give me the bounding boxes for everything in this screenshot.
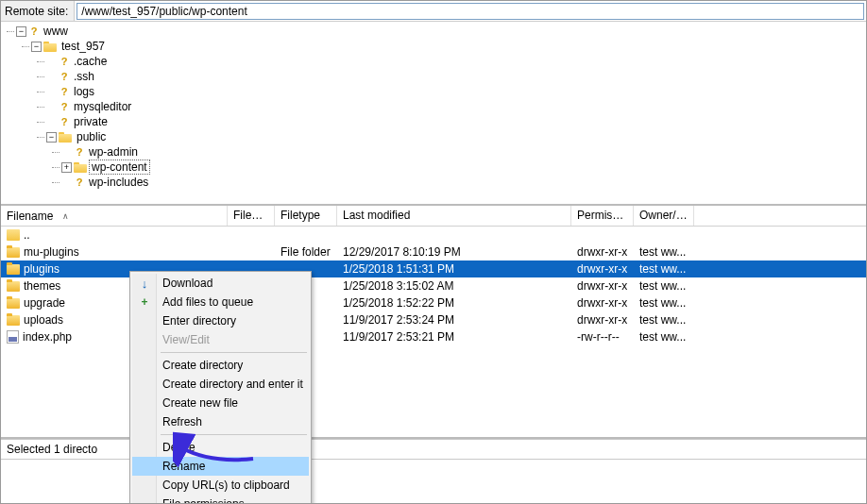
tree-node-private[interactable]: ?private [46, 114, 866, 129]
menu-rename[interactable]: Rename [132, 457, 309, 476]
folder-icon [59, 131, 72, 143]
file-name: index.php [23, 330, 72, 344]
col-header-filename[interactable]: Filename∧ [1, 206, 228, 226]
expand-icon[interactable]: + [61, 162, 72, 173]
file-size [228, 251, 275, 253]
col-header-filetype[interactable]: Filetype [275, 206, 337, 226]
remote-tree-pane[interactable]: − ? www − test_957 ?.cache ?.ssh ?logs ?… [1, 22, 866, 206]
folder-icon [74, 161, 87, 173]
unknown-icon: ? [74, 176, 85, 188]
menu-refresh[interactable]: Refresh [132, 412, 309, 431]
file-owner: test ww... [634, 312, 694, 328]
php-file-icon [7, 330, 19, 344]
folder-icon [7, 264, 20, 275]
menu-add-to-queue[interactable]: + Add files to queue [132, 293, 309, 311]
file-name: uploads [24, 313, 63, 327]
remote-site-label: Remote site: [1, 1, 75, 21]
folder-icon [7, 281, 20, 292]
file-owner: test ww... [634, 295, 694, 311]
tree-node-logs[interactable]: ?logs [46, 84, 866, 99]
collapse-icon[interactable]: − [31, 42, 42, 52]
folder-icon [43, 41, 57, 52]
file-row-updir[interactable]: .. [1, 227, 866, 244]
unknown-icon: ? [59, 71, 70, 82]
menu-separator [161, 352, 307, 353]
col-header-owner[interactable]: Owner/G... [634, 206, 694, 226]
file-name: themes [24, 279, 60, 293]
download-icon: ↓ [138, 277, 151, 290]
collapse-icon[interactable]: − [46, 132, 57, 143]
unknown-icon: ? [59, 116, 70, 127]
file-modified: 1/25/2018 1:52:22 PM [337, 295, 571, 311]
folder-icon [7, 315, 20, 326]
folder-icon [7, 298, 20, 309]
file-permissions: drwxr-xr-x [571, 261, 634, 277]
menu-enter-directory[interactable]: Enter directory [132, 311, 309, 330]
file-name: mu-plugins [24, 245, 79, 259]
file-permissions: -rw-r--r-- [571, 329, 634, 344]
file-owner: test ww... [634, 278, 694, 294]
file-owner: test ww... [634, 244, 694, 260]
file-modified: 11/9/2017 2:53:21 PM [337, 329, 571, 344]
tree-node-public[interactable]: − public [46, 129, 866, 144]
file-permissions: drwxr-xr-x [571, 312, 634, 328]
status-text: Selected 1 directo [7, 443, 97, 456]
tree-node-www[interactable]: − ? www [16, 24, 866, 39]
tree-node-wpadmin[interactable]: ?wp-admin [61, 144, 866, 160]
folder-icon [7, 247, 20, 258]
remote-path-bar: Remote site: [1, 1, 866, 22]
file-type: File folder [275, 244, 337, 260]
folder-icon [7, 229, 20, 241]
unknown-icon: ? [59, 101, 70, 112]
file-context-menu[interactable]: ↓ Download + Add files to queue Enter di… [129, 271, 312, 504]
file-permissions: drwxr-xr-x [571, 278, 634, 294]
add-icon: + [138, 295, 151, 309]
unknown-icon: ? [74, 146, 85, 158]
tree-node-ssh[interactable]: ?.ssh [46, 69, 866, 84]
file-modified: 1/25/2018 3:15:02 AM [337, 278, 571, 294]
tree-node-cache[interactable]: ?.cache [46, 54, 866, 69]
collapse-icon[interactable]: − [16, 26, 26, 37]
col-header-lastmodified[interactable]: Last modified [337, 206, 571, 226]
tree-node-mysqleditor[interactable]: ?mysqleditor [46, 99, 866, 114]
file-owner: test ww... [634, 261, 694, 277]
file-size [228, 268, 275, 270]
menu-separator [161, 434, 307, 435]
unknown-icon: ? [59, 56, 70, 67]
file-owner: test ww... [634, 329, 694, 344]
col-header-permissions[interactable]: Permissi... [571, 206, 634, 226]
menu-delete[interactable]: Delete [132, 438, 309, 457]
tree-node-test957[interactable]: − test_957 [31, 39, 866, 54]
menu-create-directory[interactable]: Create directory [132, 356, 309, 375]
menu-file-permissions[interactable]: File permissions... [132, 495, 309, 504]
unknown-icon: ? [59, 86, 70, 97]
menu-create-new-file[interactable]: Create new file [132, 394, 309, 412]
col-header-filesize[interactable]: Filesize [228, 206, 275, 226]
file-row[interactable]: mu-pluginsFile folder12/29/2017 8:10:19 … [1, 244, 866, 260]
file-list-header[interactable]: Filename∧ Filesize Filetype Last modifie… [1, 206, 866, 227]
file-name: plugins [24, 262, 60, 276]
menu-create-directory-enter[interactable]: Create directory and enter it [132, 375, 309, 394]
remote-path-input[interactable] [76, 3, 864, 20]
tree-node-wpincludes[interactable]: ?wp-includes [61, 175, 866, 190]
file-type [275, 268, 337, 270]
file-name: upgrade [24, 296, 65, 310]
file-modified: 1/25/2018 1:51:31 PM [337, 261, 571, 277]
file-permissions: drwxr-xr-x [571, 295, 634, 311]
file-permissions: drwxr-xr-x [571, 244, 634, 260]
file-modified: 12/29/2017 8:10:19 PM [337, 244, 571, 260]
tree-node-wpcontent[interactable]: + wp-content [61, 160, 866, 175]
unknown-icon: ? [28, 25, 40, 37]
menu-view-edit: View/Edit [132, 330, 309, 349]
sort-asc-icon: ∧ [62, 211, 69, 221]
menu-download[interactable]: ↓ Download [132, 274, 309, 293]
menu-copy-url[interactable]: Copy URL(s) to clipboard [132, 476, 309, 495]
file-modified: 11/9/2017 2:53:24 PM [337, 312, 571, 328]
